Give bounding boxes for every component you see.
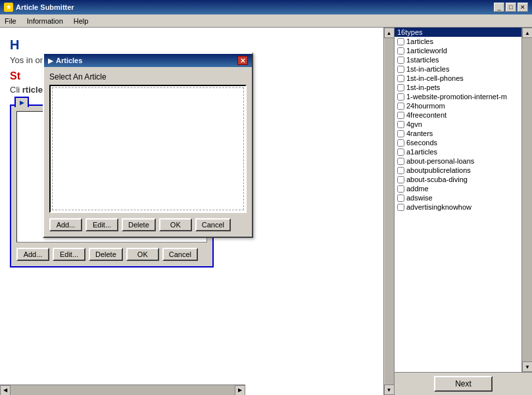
dialog-add-button[interactable]: Add... <box>49 218 82 231</box>
dialog-listbox-inner <box>52 87 244 210</box>
dialog-close-button[interactable]: ✕ <box>237 56 248 65</box>
dialog-ok-button[interactable]: OK <box>159 218 192 231</box>
dialog-title-text: Articles <box>56 57 82 64</box>
dialog-title-icon: ▶ <box>48 57 53 64</box>
dialog-listbox[interactable] <box>49 85 247 213</box>
dialog-title-bar: ▶ Articles ✕ <box>44 54 252 67</box>
articles-dialog: ▶ Articles ✕ Select An Article Add... Ed… <box>43 53 253 238</box>
dialog-delete-button[interactable]: Delete <box>122 218 156 231</box>
dialog-select-label: Select An Article <box>49 72 247 81</box>
modal-overlay: ▶ Articles ✕ Select An Article Add... Ed… <box>0 0 532 395</box>
dialog-edit-button[interactable]: Edit... <box>85 218 118 231</box>
dialog-buttons: Add... Edit... Delete OK Cancel <box>49 218 247 231</box>
dialog-body: Select An Article Add... Edit... Delete … <box>44 67 252 237</box>
dialog-title-left: ▶ Articles <box>48 57 82 64</box>
dialog-cancel-button[interactable]: Cancel <box>195 218 231 231</box>
